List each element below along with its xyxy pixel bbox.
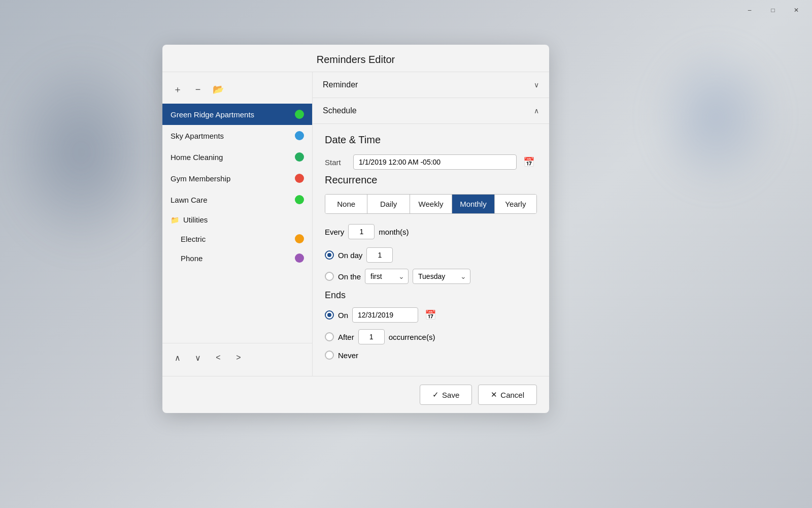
ends-on-radio[interactable] (325, 310, 334, 320)
reminder-section-header[interactable]: Reminder ∨ (313, 72, 549, 98)
add-icon: ＋ (173, 83, 182, 96)
nav-right-button[interactable]: > (229, 348, 248, 367)
ends-on-label: On (338, 311, 348, 320)
ends-after-unit: occurrence(s) (389, 333, 435, 341)
nav-down-button[interactable]: ∨ (189, 348, 207, 367)
nav-left-button[interactable]: < (209, 348, 227, 367)
start-field-row: Start 📅 (325, 154, 537, 170)
start-date-input[interactable] (353, 154, 517, 170)
item-dot (295, 195, 304, 204)
ends-on-row: On 📅 (325, 307, 537, 323)
maximize-button[interactable]: □ (761, 2, 785, 18)
folder-utilities[interactable]: 📁 Utilities (162, 210, 312, 229)
schedule-content: Date & Time Start 📅 Recurrence None Dail… (313, 124, 549, 376)
date-time-title: Date & Time (325, 134, 537, 146)
item-label: Green Ridge Apartments (171, 110, 254, 119)
item-label: Phone (181, 254, 202, 263)
close-button[interactable]: ✕ (785, 2, 808, 18)
list-item-lawn-care[interactable]: Lawn Care (162, 189, 312, 210)
tab-monthly[interactable]: Monthly (452, 195, 494, 213)
reminder-chevron-icon: ∨ (534, 81, 539, 89)
nav-up-button[interactable]: ∧ (168, 348, 187, 367)
item-label: Gym Membership (171, 174, 230, 183)
folder-icon: 📁 (171, 216, 179, 224)
reminder-section-label: Reminder (323, 80, 358, 89)
on-the-radio[interactable] (325, 272, 334, 281)
ends-after-value-input[interactable] (358, 329, 385, 344)
item-dot (295, 110, 304, 119)
schedule-section-label: Schedule (323, 106, 357, 115)
item-label: Lawn Care (171, 196, 208, 204)
every-value-input[interactable] (348, 224, 375, 239)
recurrence-tabs: None Daily Weekly Monthly Yearly (325, 194, 537, 214)
ends-on-date-row: 📅 (352, 307, 438, 323)
ends-after-radio[interactable] (325, 332, 334, 341)
list-items: Green Ridge Apartments Sky Apartments Ho… (162, 104, 312, 343)
tab-daily[interactable]: Daily (367, 195, 410, 213)
dialog-window: Reminders Editor ＋ − 📂 Green Ridge Apart… (162, 45, 549, 413)
every-row: Every month(s) (325, 224, 537, 239)
start-label: Start (325, 158, 349, 167)
calendar-icon[interactable]: 📅 (521, 154, 537, 170)
titlebar: – □ ✕ (0, 0, 812, 20)
remove-icon: − (195, 84, 201, 95)
save-button[interactable]: ✓ Save (420, 385, 472, 405)
on-day-row: On day (325, 247, 537, 263)
blur-left (0, 51, 162, 254)
save-icon: ✓ (432, 390, 439, 399)
list-item-electric[interactable]: Electric (162, 229, 312, 248)
cancel-icon: ✕ (491, 390, 497, 399)
item-dot (295, 174, 304, 183)
on-day-label: On day (338, 251, 362, 260)
dialog-title: Reminders Editor (162, 45, 549, 72)
recurrence-title: Recurrence (325, 174, 537, 186)
list-item-gym-membership[interactable]: Gym Membership (162, 168, 312, 189)
blur-right (650, 41, 782, 193)
list-item-home-cleaning[interactable]: Home Cleaning (162, 146, 312, 168)
ends-title: Ends (325, 290, 537, 301)
item-label: Home Cleaning (171, 153, 223, 162)
tab-yearly[interactable]: Yearly (495, 195, 536, 213)
dialog-title-text: Reminders Editor (317, 54, 395, 65)
position-dropdown[interactable]: first second third fourth last (365, 269, 409, 284)
toolbar: ＋ − 📂 (162, 77, 312, 104)
ends-on-date-input[interactable] (352, 307, 418, 323)
item-dot (295, 152, 304, 162)
ends-after-row: After occurrence(s) (325, 329, 537, 344)
tab-none[interactable]: None (325, 195, 367, 213)
list-item-sky-apartments[interactable]: Sky Apartments (162, 125, 312, 146)
nav-bar: ∧ ∨ < > (162, 343, 312, 371)
schedule-section-header[interactable]: Schedule ∧ (313, 98, 549, 124)
folder-label: Utilities (183, 215, 208, 224)
ends-never-label: Never (338, 351, 358, 360)
list-item-green-ridge[interactable]: Green Ridge Apartments (162, 104, 312, 125)
dialog-body: ＋ − 📂 Green Ridge Apartments Sky Apartme… (162, 72, 549, 376)
minimize-button[interactable]: – (738, 2, 761, 18)
on-day-value-input[interactable] (366, 247, 393, 263)
on-the-row: On the first second third fourth last Su… (325, 269, 537, 284)
item-dot (295, 234, 304, 243)
item-label: Sky Apartments (171, 132, 224, 140)
ends-never-radio[interactable] (325, 351, 334, 360)
left-panel: ＋ − 📂 Green Ridge Apartments Sky Apartme… (162, 72, 313, 376)
day-dropdown-wrap: Sunday Monday Tuesday Wednesday Thursday… (413, 269, 470, 284)
ends-never-row: Never (325, 351, 537, 360)
list-item-phone[interactable]: Phone (162, 248, 312, 268)
position-dropdown-wrap: first second third fourth last (365, 269, 409, 284)
every-label: Every (325, 228, 344, 236)
tab-weekly[interactable]: Weekly (410, 195, 452, 213)
day-dropdown[interactable]: Sunday Monday Tuesday Wednesday Thursday… (413, 269, 470, 284)
add-button[interactable]: ＋ (168, 80, 187, 99)
remove-button[interactable]: − (189, 80, 207, 99)
every-unit: month(s) (379, 228, 409, 236)
settings-button[interactable]: 📂 (209, 80, 227, 99)
on-day-radio[interactable] (325, 250, 334, 260)
save-label: Save (442, 391, 459, 399)
dialog-footer: ✓ Save ✕ Cancel (162, 376, 549, 413)
item-dot (295, 253, 304, 263)
ends-on-calendar-icon[interactable]: 📅 (422, 307, 438, 323)
cancel-button[interactable]: ✕ Cancel (478, 385, 537, 405)
item-label: Electric (181, 235, 206, 243)
right-panel: Reminder ∨ Schedule ∧ Date & Time Start … (313, 72, 549, 376)
item-dot (295, 131, 304, 140)
